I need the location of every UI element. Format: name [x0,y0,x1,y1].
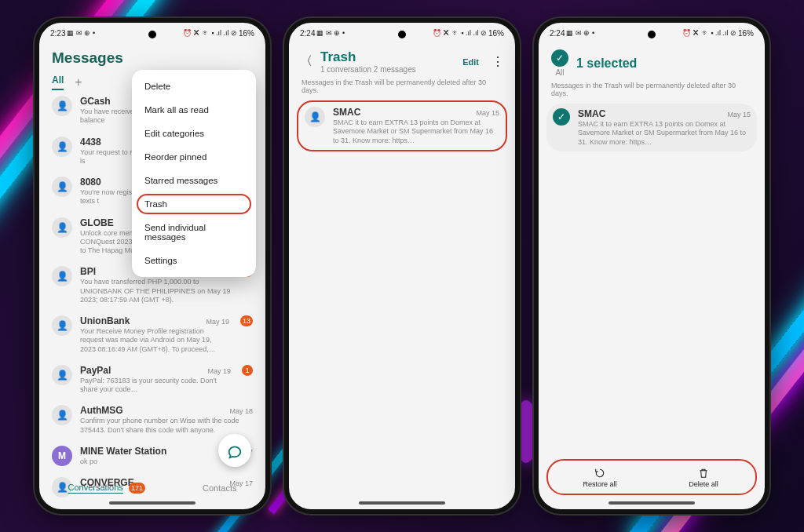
status-time: 2:24 [550,29,565,38]
header: 〈 Trash 1 conversation 2 messages Edit ⋮ [289,42,515,74]
avatar: 👤 [52,315,72,336]
nav-conversations-label: Conversations [68,483,123,492]
restore-all-button[interactable]: Restore all [548,467,652,488]
menu-reorder-pinned[interactable]: Reorder pinned [132,145,256,169]
status-right-icons: ⏰ ✕ ᯤ ▪ .ıl .ıl ⊘ [682,30,736,37]
camera-dot [398,31,406,38]
select-all-label: All [555,68,564,77]
battery-percent: 16% [738,29,754,38]
tab-all[interactable]: All [52,75,64,90]
convo-date: May 18 [229,407,253,415]
trash-conversation-selected[interactable]: ✓ SMAC May 15 SMAC it to earn EXTRA 13 p… [546,104,757,151]
convo-preview: Confirm your phone number on Wise with t… [80,417,253,435]
convo-name: PayPal [80,365,111,376]
avatar: 👤 [52,365,72,385]
add-category-icon[interactable]: + [75,75,82,89]
battery-percent: 16% [239,29,254,38]
menu-settings[interactable]: Settings [132,249,256,272]
nav-conversations[interactable]: Conversations 171 [68,483,145,494]
convo-preview: SMAC it to earn EXTRA 13 points on Domex… [333,118,499,145]
status-left-icons: ▦ ✉ ⊕ • [566,30,594,37]
status-right-icons: ⏰ ✕ ᯤ ▪ .ıl .ıl ⊘ [433,30,487,37]
camera-dot [148,31,156,38]
trash-conversation[interactable]: 👤 SMAC May 15 SMAC it to earn EXTRA 13 p… [297,100,507,151]
status-time: 2:23 [50,29,65,38]
select-all-checkbox[interactable]: ✓ [551,49,568,67]
convo-name: AuthMSG [80,405,123,416]
bottom-nav: Conversations 171 Contacts [39,478,265,498]
convo-name: 8080 [80,177,101,188]
compose-fab[interactable] [218,434,251,467]
convo-date: May 19 [206,318,229,326]
avatar: 👤 [305,107,325,127]
unread-badge: 1 [242,365,253,376]
avatar: 👤 [52,177,72,197]
menu-edit-categories[interactable]: Edit categories [132,122,256,145]
convo-preview: PayPal: 763183 is your security code. Do… [80,377,231,395]
avatar: 👤 [52,217,72,238]
phone-trash-list: 2:24 ▦ ✉ ⊕ • ⏰ ✕ ᯤ ▪ .ıl .ıl ⊘ 16% 〈 Tra… [284,18,520,514]
menu-mark-all-read[interactable]: Mark all as read [132,98,256,122]
phone-trash-selected: 2:24 ▦ ✉ ⊕ • ⏰ ✕ ᯤ ▪ .ıl .ıl ⊘ 16% ✓ All… [534,18,769,514]
status-time: 2:24 [300,29,315,38]
gesture-bar [608,501,695,505]
convo-date: May 15 [727,111,751,118]
avatar: M [52,446,72,466]
restore-icon [594,467,606,479]
menu-starred[interactable]: Starred messages [132,169,256,192]
status-right-icons: ⏰ ✕ ᯤ ▪ .ıl .ıl ⊘ [183,30,237,37]
convo-name: GLOBE [80,217,114,228]
convo-name: UnionBank [80,315,130,326]
convo-preview: SMAC it to earn EXTRA 13 points on Domex… [578,120,751,147]
convo-date: May 19 [207,367,231,375]
nav-contacts[interactable]: Contacts [203,483,236,493]
page-title: Trash [320,49,455,65]
select-all-row: ✓ All 1 selected [539,42,765,77]
trash-notice: Messages in the Trash will be permanentl… [289,74,515,97]
convo-preview: You have transferred PHP 1,000.00 to UNI… [80,278,231,304]
menu-delete[interactable]: Delete [132,75,256,98]
nav-conversations-badge: 171 [129,483,145,494]
edit-button[interactable]: Edit [462,57,479,67]
menu-send-individual[interactable]: Send individual messages [132,216,256,249]
trash-notice: Messages in the Trash will be permanentl… [539,77,765,100]
status-left-icons: ▦ ✉ ⊕ • [67,30,95,37]
avatar: 👤 [52,96,72,116]
list-item[interactable]: 👤 UnionBankMay 19 Your Receive Money Pro… [39,310,265,359]
delete-label: Delete all [689,480,718,488]
avatar: 👤 [52,405,72,425]
phone-messages-inbox: 2:23 ▦ ✉ ⊕ • ⏰ ✕ ᯤ ▪ .ıl .ıl ⊘ 16% Messa… [35,18,270,514]
item-checkbox[interactable]: ✓ [553,108,570,126]
gesture-bar [359,501,445,505]
convo-name: SMAC [578,108,605,119]
compose-icon [226,442,243,459]
page-title: 1 selected [576,56,637,71]
avatar: 👤 [52,266,72,286]
convo-name: BPI [80,266,96,277]
avatar: 👤 [52,137,72,157]
convo-name: MINE Water Station [80,446,166,457]
back-icon[interactable]: 〈 [300,53,312,70]
gesture-bar [109,501,196,505]
status-left-icons: ▦ ✉ ⊕ • [316,30,345,37]
delete-all-button[interactable]: Delete all [652,467,755,488]
battery-percent: 16% [488,29,504,38]
restore-label: Restore all [583,480,616,488]
list-item[interactable]: 👤 PayPalMay 19 PayPal: 763183 is your se… [39,359,265,400]
camera-dot [648,31,656,38]
more-icon[interactable]: ⋮ [492,54,504,69]
menu-trash[interactable]: Trash [132,192,256,216]
convo-name: GCash [80,96,111,107]
unread-badge: 13 [240,315,253,326]
page-subtitle: 1 conversation 2 messages [320,65,455,74]
highlight-ring [137,194,251,214]
convo-name: 4438 [80,137,101,148]
convo-name: SMAC [333,107,360,118]
overflow-menu: Delete Mark all as read Edit categories … [132,70,256,277]
convo-date: May 15 [476,109,499,117]
trash-icon [697,467,710,479]
page-title: Messages [39,42,265,71]
convo-preview: Your Receive Money Profile registration … [80,327,229,354]
action-bar: Restore all Delete all [546,459,757,495]
